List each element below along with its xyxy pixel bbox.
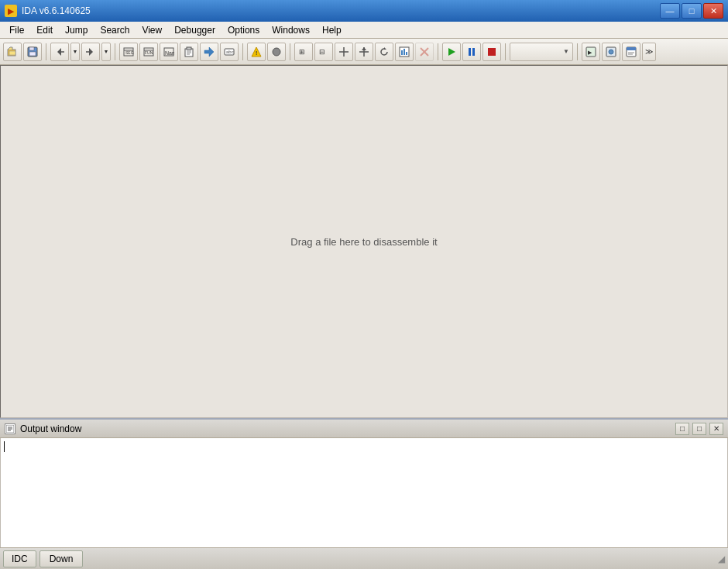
svg-point-27 <box>273 48 280 56</box>
functions-button[interactable]: FUN <box>139 43 158 61</box>
resize-grip[interactable]: ◢ <box>718 554 725 564</box>
output-maximize-button[interactable]: □ <box>692 423 706 435</box>
output-controls: □ □ ✕ <box>675 423 723 435</box>
toolbar-separator-1 <box>46 43 46 60</box>
debugger-dropdown[interactable]: ▼ <box>510 43 573 61</box>
menu-jump[interactable]: Jump <box>59 23 94 37</box>
svg-text:abc: abc <box>226 50 234 54</box>
svg-rect-44 <box>472 48 475 56</box>
toolbar-separator-2 <box>115 43 115 60</box>
maximize-button[interactable]: □ <box>682 3 702 19</box>
title-left: ▶ IDA v6.6.140625 <box>5 5 91 17</box>
names-button[interactable]: Nam <box>160 43 178 61</box>
svg-text:SEG: SEG <box>125 50 134 55</box>
title-controls: — □ ✕ <box>660 3 723 19</box>
snapshot-button[interactable] <box>602 43 620 61</box>
drag-hint: Drag a file here to disassemble it <box>290 236 437 248</box>
toolbar-separator-7 <box>577 43 578 60</box>
svg-rect-38 <box>403 49 405 55</box>
code-button[interactable]: ⊞ <box>294 43 313 61</box>
script-button[interactable]: ▶ <box>582 43 600 61</box>
save-button[interactable] <box>23 43 42 61</box>
status-down-tab[interactable]: Down <box>39 550 84 567</box>
svg-rect-18 <box>187 47 191 50</box>
search-text-button[interactable]: abc <box>220 43 239 61</box>
menu-windows[interactable]: Windows <box>266 23 316 37</box>
chevron-down-icon: ▼ <box>563 48 569 55</box>
title-text: IDA v6.6.140625 <box>22 5 91 16</box>
open-button[interactable] <box>3 43 22 61</box>
menu-search[interactable]: Search <box>94 23 136 37</box>
output-restore-button[interactable]: □ <box>675 423 689 435</box>
more-button[interactable]: ≫ <box>642 43 656 61</box>
svg-rect-45 <box>488 48 496 56</box>
svg-rect-51 <box>627 47 636 50</box>
svg-marker-22 <box>204 47 214 57</box>
title-bar: ▶ IDA v6.6.140625 — □ ✕ <box>0 0 728 22</box>
main-workspace: Drag a file here to disassemble it <box>0 65 728 418</box>
warning-button[interactable]: ! <box>247 43 266 61</box>
menu-bar: File Edit Jump Search View Debugger Opti… <box>0 22 728 39</box>
menu-help[interactable]: Help <box>316 23 348 37</box>
xref-from-button[interactable] <box>355 43 373 61</box>
output-close-button[interactable]: ✕ <box>709 423 723 435</box>
circle-button[interactable] <box>267 43 286 61</box>
output-window-icon <box>5 423 15 434</box>
idc-button[interactable]: IDC <box>3 550 36 567</box>
minimize-button[interactable]: — <box>660 3 680 19</box>
forward-button[interactable] <box>81 43 100 61</box>
svg-text:⊞: ⊞ <box>299 48 305 56</box>
pause-button[interactable] <box>462 43 481 61</box>
back-dropdown[interactable]: ▼ <box>70 43 80 61</box>
svg-marker-5 <box>57 48 61 56</box>
close-button[interactable]: ✕ <box>703 3 723 19</box>
svg-rect-4 <box>29 52 36 56</box>
stop-button[interactable] <box>482 43 501 61</box>
toolbar-separator-3 <box>242 43 243 60</box>
menu-options[interactable]: Options <box>221 23 266 37</box>
app-icon: ▶ <box>5 5 17 17</box>
svg-marker-42 <box>448 48 455 56</box>
menu-edit[interactable]: Edit <box>30 23 59 37</box>
undefine-button[interactable]: ⊟ <box>314 43 333 61</box>
svg-marker-7 <box>89 48 93 56</box>
toolbar: ▼ ▼ SEG FUN Nam <box>0 39 728 65</box>
jump-address-button[interactable] <box>200 43 218 61</box>
menu-debugger[interactable]: Debugger <box>168 23 221 37</box>
refresh-button[interactable] <box>375 43 393 61</box>
clipboard-button[interactable] <box>180 43 198 61</box>
toolbar-separator-6 <box>505 43 506 60</box>
menu-view[interactable]: View <box>136 23 168 37</box>
svg-rect-1 <box>9 51 15 55</box>
menu-file[interactable]: File <box>3 23 30 37</box>
svg-text:Nam: Nam <box>165 50 174 56</box>
output-header: Output window □ □ ✕ <box>0 420 728 438</box>
output-title: Output window <box>20 423 81 434</box>
forward-dropdown[interactable]: ▼ <box>101 43 111 61</box>
output-footer: IDC Down ◢ <box>0 547 728 569</box>
run-button[interactable] <box>442 43 461 61</box>
output-content[interactable] <box>0 438 728 547</box>
output-panel: Output window □ □ ✕ IDC Down ◢ <box>0 418 728 569</box>
svg-text:!: ! <box>256 50 257 56</box>
svg-marker-35 <box>384 47 386 50</box>
graphs-button[interactable] <box>395 43 414 61</box>
output-window-button[interactable] <box>622 43 640 61</box>
svg-rect-3 <box>29 47 34 50</box>
svg-text:⊟: ⊟ <box>319 48 325 56</box>
svg-rect-43 <box>469 48 471 56</box>
svg-point-49 <box>609 50 613 54</box>
svg-text:FUN: FUN <box>145 50 153 55</box>
toolbar-separator-4 <box>290 43 290 60</box>
svg-rect-37 <box>401 50 403 55</box>
svg-rect-39 <box>406 52 407 55</box>
output-header-left: Output window <box>5 423 81 434</box>
output-cursor <box>4 441 5 452</box>
back-button[interactable] <box>50 43 69 61</box>
kill-process-button[interactable] <box>415 43 434 61</box>
toolbar-separator-5 <box>438 43 438 60</box>
svg-marker-34 <box>362 47 366 50</box>
xref-to-button[interactable] <box>335 43 353 61</box>
segments-button[interactable]: SEG <box>119 43 138 61</box>
